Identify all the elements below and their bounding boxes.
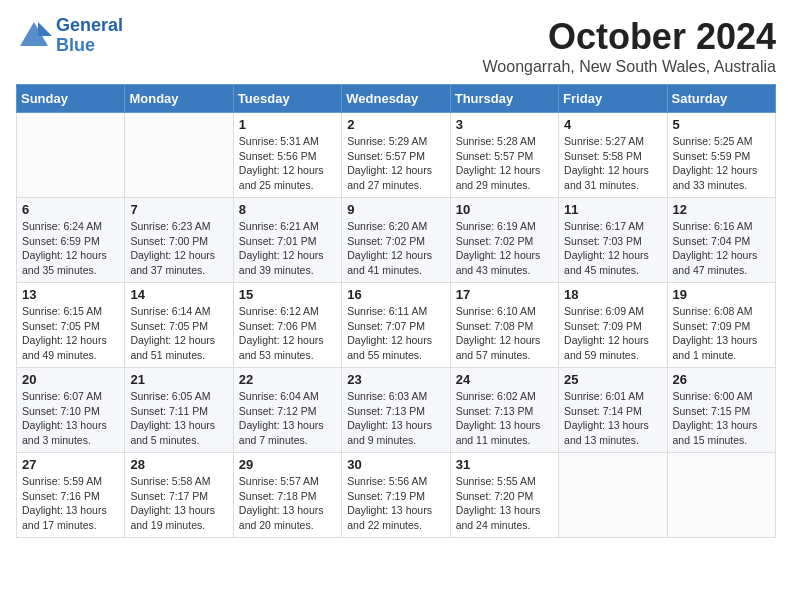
day-number: 27 [22, 457, 119, 472]
day-info: Sunrise: 6:15 AMSunset: 7:05 PMDaylight:… [22, 304, 119, 363]
day-info: Sunrise: 5:59 AMSunset: 7:16 PMDaylight:… [22, 474, 119, 533]
calendar-cell: 22Sunrise: 6:04 AMSunset: 7:12 PMDayligh… [233, 368, 341, 453]
day-number: 20 [22, 372, 119, 387]
calendar-cell: 29Sunrise: 5:57 AMSunset: 7:18 PMDayligh… [233, 453, 341, 538]
day-info: Sunrise: 6:24 AMSunset: 6:59 PMDaylight:… [22, 219, 119, 278]
weekday-header-friday: Friday [559, 85, 667, 113]
calendar-cell: 14Sunrise: 6:14 AMSunset: 7:05 PMDayligh… [125, 283, 233, 368]
day-number: 26 [673, 372, 770, 387]
day-info: Sunrise: 5:27 AMSunset: 5:58 PMDaylight:… [564, 134, 661, 193]
day-info: Sunrise: 5:58 AMSunset: 7:17 PMDaylight:… [130, 474, 227, 533]
day-info: Sunrise: 6:01 AMSunset: 7:14 PMDaylight:… [564, 389, 661, 448]
page-header: General Blue October 2024 Woongarrah, Ne… [16, 16, 776, 76]
week-row-2: 6Sunrise: 6:24 AMSunset: 6:59 PMDaylight… [17, 198, 776, 283]
day-info: Sunrise: 5:25 AMSunset: 5:59 PMDaylight:… [673, 134, 770, 193]
day-info: Sunrise: 5:55 AMSunset: 7:20 PMDaylight:… [456, 474, 553, 533]
day-number: 19 [673, 287, 770, 302]
day-number: 3 [456, 117, 553, 132]
day-number: 22 [239, 372, 336, 387]
calendar-cell [17, 113, 125, 198]
day-info: Sunrise: 6:23 AMSunset: 7:00 PMDaylight:… [130, 219, 227, 278]
calendar-table: SundayMondayTuesdayWednesdayThursdayFrid… [16, 84, 776, 538]
calendar-cell: 10Sunrise: 6:19 AMSunset: 7:02 PMDayligh… [450, 198, 558, 283]
weekday-header-wednesday: Wednesday [342, 85, 450, 113]
day-info: Sunrise: 5:31 AMSunset: 5:56 PMDaylight:… [239, 134, 336, 193]
day-number: 16 [347, 287, 444, 302]
logo-icon [16, 18, 52, 54]
location: Woongarrah, New South Wales, Australia [483, 58, 776, 76]
day-number: 25 [564, 372, 661, 387]
week-row-1: 1Sunrise: 5:31 AMSunset: 5:56 PMDaylight… [17, 113, 776, 198]
day-info: Sunrise: 5:29 AMSunset: 5:57 PMDaylight:… [347, 134, 444, 193]
calendar-cell: 31Sunrise: 5:55 AMSunset: 7:20 PMDayligh… [450, 453, 558, 538]
calendar-cell: 18Sunrise: 6:09 AMSunset: 7:09 PMDayligh… [559, 283, 667, 368]
day-info: Sunrise: 6:10 AMSunset: 7:08 PMDaylight:… [456, 304, 553, 363]
calendar-cell: 13Sunrise: 6:15 AMSunset: 7:05 PMDayligh… [17, 283, 125, 368]
week-row-5: 27Sunrise: 5:59 AMSunset: 7:16 PMDayligh… [17, 453, 776, 538]
day-number: 12 [673, 202, 770, 217]
day-number: 24 [456, 372, 553, 387]
day-info: Sunrise: 6:11 AMSunset: 7:07 PMDaylight:… [347, 304, 444, 363]
logo-line1: General [56, 15, 123, 35]
day-info: Sunrise: 6:07 AMSunset: 7:10 PMDaylight:… [22, 389, 119, 448]
calendar-cell [559, 453, 667, 538]
day-info: Sunrise: 6:08 AMSunset: 7:09 PMDaylight:… [673, 304, 770, 363]
week-row-4: 20Sunrise: 6:07 AMSunset: 7:10 PMDayligh… [17, 368, 776, 453]
day-number: 4 [564, 117, 661, 132]
calendar-cell: 17Sunrise: 6:10 AMSunset: 7:08 PMDayligh… [450, 283, 558, 368]
day-number: 11 [564, 202, 661, 217]
logo-text: General Blue [56, 16, 123, 56]
day-number: 10 [456, 202, 553, 217]
calendar-cell [125, 113, 233, 198]
day-number: 6 [22, 202, 119, 217]
calendar-cell: 30Sunrise: 5:56 AMSunset: 7:19 PMDayligh… [342, 453, 450, 538]
calendar-cell: 6Sunrise: 6:24 AMSunset: 6:59 PMDaylight… [17, 198, 125, 283]
day-number: 30 [347, 457, 444, 472]
day-number: 13 [22, 287, 119, 302]
month-title: October 2024 [483, 16, 776, 58]
day-info: Sunrise: 6:03 AMSunset: 7:13 PMDaylight:… [347, 389, 444, 448]
logo-line2: Blue [56, 35, 95, 55]
weekday-header-tuesday: Tuesday [233, 85, 341, 113]
day-number: 21 [130, 372, 227, 387]
day-info: Sunrise: 6:12 AMSunset: 7:06 PMDaylight:… [239, 304, 336, 363]
day-number: 1 [239, 117, 336, 132]
day-number: 23 [347, 372, 444, 387]
week-row-3: 13Sunrise: 6:15 AMSunset: 7:05 PMDayligh… [17, 283, 776, 368]
day-info: Sunrise: 5:28 AMSunset: 5:57 PMDaylight:… [456, 134, 553, 193]
weekday-header-sunday: Sunday [17, 85, 125, 113]
calendar-cell: 19Sunrise: 6:08 AMSunset: 7:09 PMDayligh… [667, 283, 775, 368]
day-info: Sunrise: 6:21 AMSunset: 7:01 PMDaylight:… [239, 219, 336, 278]
calendar-cell: 2Sunrise: 5:29 AMSunset: 5:57 PMDaylight… [342, 113, 450, 198]
logo: General Blue [16, 16, 123, 56]
calendar-cell: 25Sunrise: 6:01 AMSunset: 7:14 PMDayligh… [559, 368, 667, 453]
day-info: Sunrise: 6:14 AMSunset: 7:05 PMDaylight:… [130, 304, 227, 363]
day-info: Sunrise: 6:09 AMSunset: 7:09 PMDaylight:… [564, 304, 661, 363]
calendar-cell: 26Sunrise: 6:00 AMSunset: 7:15 PMDayligh… [667, 368, 775, 453]
calendar-cell: 16Sunrise: 6:11 AMSunset: 7:07 PMDayligh… [342, 283, 450, 368]
day-number: 28 [130, 457, 227, 472]
day-info: Sunrise: 6:05 AMSunset: 7:11 PMDaylight:… [130, 389, 227, 448]
day-info: Sunrise: 6:19 AMSunset: 7:02 PMDaylight:… [456, 219, 553, 278]
calendar-cell: 9Sunrise: 6:20 AMSunset: 7:02 PMDaylight… [342, 198, 450, 283]
day-info: Sunrise: 6:17 AMSunset: 7:03 PMDaylight:… [564, 219, 661, 278]
day-number: 29 [239, 457, 336, 472]
day-number: 17 [456, 287, 553, 302]
calendar-cell: 21Sunrise: 6:05 AMSunset: 7:11 PMDayligh… [125, 368, 233, 453]
day-info: Sunrise: 6:16 AMSunset: 7:04 PMDaylight:… [673, 219, 770, 278]
calendar-cell: 5Sunrise: 5:25 AMSunset: 5:59 PMDaylight… [667, 113, 775, 198]
day-info: Sunrise: 6:20 AMSunset: 7:02 PMDaylight:… [347, 219, 444, 278]
day-number: 31 [456, 457, 553, 472]
calendar-cell: 28Sunrise: 5:58 AMSunset: 7:17 PMDayligh… [125, 453, 233, 538]
day-number: 2 [347, 117, 444, 132]
calendar-cell: 7Sunrise: 6:23 AMSunset: 7:00 PMDaylight… [125, 198, 233, 283]
day-number: 8 [239, 202, 336, 217]
calendar-cell [667, 453, 775, 538]
day-info: Sunrise: 5:57 AMSunset: 7:18 PMDaylight:… [239, 474, 336, 533]
day-number: 18 [564, 287, 661, 302]
day-info: Sunrise: 6:02 AMSunset: 7:13 PMDaylight:… [456, 389, 553, 448]
weekday-header-monday: Monday [125, 85, 233, 113]
day-number: 9 [347, 202, 444, 217]
calendar-cell: 15Sunrise: 6:12 AMSunset: 7:06 PMDayligh… [233, 283, 341, 368]
calendar-cell: 11Sunrise: 6:17 AMSunset: 7:03 PMDayligh… [559, 198, 667, 283]
